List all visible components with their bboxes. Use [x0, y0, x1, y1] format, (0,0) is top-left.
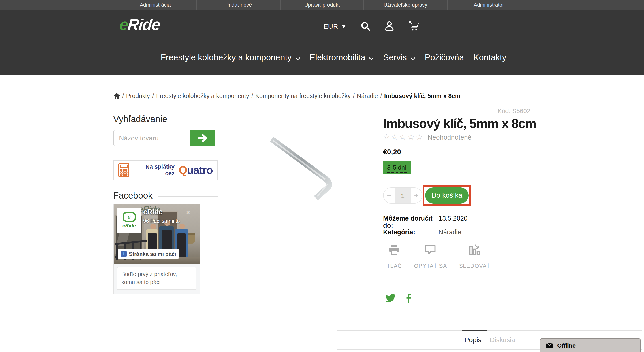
nav-item-kontakty[interactable]: Kontakty [473, 53, 506, 63]
admin-link-administrator[interactable]: Administrator [447, 0, 530, 10]
quatro-slogan: Na splátky cez [134, 164, 174, 176]
tab-popis[interactable]: Popis [464, 336, 481, 344]
action-label: OPÝTAŤ SA [414, 263, 447, 269]
product-image-allen-key[interactable] [266, 134, 338, 206]
product-page: Administrácia Pridať nové Upraviť produk… [0, 0, 644, 352]
admin-link-administracia[interactable]: Administrácia [114, 0, 197, 10]
delivery-info: Môžeme doručiť do: 13.5.2020 [383, 215, 468, 229]
watch-action[interactable]: SLEDOVAŤ [459, 244, 490, 269]
cart-button[interactable] [408, 21, 419, 31]
chat-widget[interactable]: Offline [540, 338, 641, 352]
house-number: 10 [186, 211, 190, 215]
currency-label: EUR [324, 22, 338, 30]
facebook-icon: f [121, 251, 127, 257]
main-navigation: Freestyle kolobežky a komponenty Elektro… [161, 53, 506, 63]
admin-link-uzivatelske-upravy[interactable]: Užívateľské úpravy [364, 0, 447, 10]
facebook-like-button[interactable]: f Stránka sa mi páči [118, 249, 179, 259]
rating-text: Neohodnotené [428, 133, 472, 141]
cart-icon [408, 21, 419, 31]
breadcrumb-link-naradie[interactable]: Náradie [357, 93, 378, 99]
social-share [385, 293, 411, 303]
currency-selector[interactable]: EUR [324, 22, 346, 30]
search-input[interactable] [113, 130, 190, 146]
printer-icon [388, 244, 400, 256]
admin-link-label[interactable]: Administrator [474, 2, 504, 7]
product-title: Imbusový klíč, 5mm x 8cm [383, 116, 536, 131]
admin-link-label[interactable]: Administrácia [140, 2, 170, 7]
rating-stars[interactable]: ☆☆☆☆☆ [383, 132, 424, 142]
breadcrumb: / Produkty / Freestyle kolobežky a kompo… [114, 93, 530, 99]
product-detail: Kód: S5602 Imbusový klíč, 5mm x 8cm ☆☆☆☆… [226, 107, 530, 349]
tab-diskusia[interactable]: Diskusia [490, 336, 515, 344]
ask-question-action[interactable]: OPÝTAŤ SA [414, 244, 447, 269]
product-code: Kód: S5602 [498, 107, 530, 114]
breadcrumb-link-freestyle[interactable]: Freestyle kolobežky a komponenty [156, 93, 249, 99]
facebook-icon[interactable] [406, 293, 411, 303]
tab-divider [338, 330, 642, 331]
action-label: TLAČ [387, 263, 402, 269]
nav-item-freestyle[interactable]: Freestyle kolobežky a komponenty [161, 53, 300, 63]
nav-label: Požičovňa [425, 53, 464, 63]
search-submit-button[interactable] [190, 130, 215, 146]
user-icon [385, 21, 394, 31]
add-to-cart-button[interactable]: Do košíka [425, 187, 468, 204]
site-header: eRide EUR Freestyle kolobežky a komponen… [0, 10, 644, 75]
delivery-label: Môžeme doručiť do: [383, 215, 438, 229]
facebook-like-count: 96 Páči sa mi to [143, 218, 180, 224]
eride-logo-icon: e [122, 212, 136, 222]
chart-watch-icon [468, 244, 481, 256]
account-button[interactable] [385, 21, 394, 31]
nav-label: Servis [383, 53, 407, 63]
quatro-logo: Quatro [178, 165, 212, 176]
breadcrumb-link-komponenty[interactable]: Komponenty na freestyle kolobežky [255, 93, 351, 99]
search-icon [360, 21, 370, 31]
chevron-down-icon [410, 57, 415, 60]
facebook-page-name[interactable]: eRide [143, 208, 163, 216]
nav-label: Kontakty [473, 53, 506, 63]
breadcrumb-separator: / [251, 93, 253, 99]
facebook-page-avatar[interactable]: e eRide [117, 208, 142, 233]
delivery-date: 13.5.2020 [438, 215, 468, 229]
quatro-installments-banner[interactable]: Na splátky cez Quatro [113, 160, 218, 180]
admin-link-label[interactable]: Užívateľské úpravy [384, 2, 428, 7]
facebook-widget-title: Facebook [113, 191, 152, 201]
breadcrumb-link-produkty[interactable]: Produkty [126, 93, 150, 99]
nav-item-elektromobilita[interactable]: Elektromobilita [310, 53, 374, 63]
facebook-page-plugin: eRide 10 [113, 204, 200, 294]
breadcrumb-separator: / [152, 93, 154, 99]
twitter-icon[interactable] [385, 294, 396, 302]
active-tab-indicator [462, 330, 487, 331]
like-button-label: Stránka sa mi páči [129, 251, 176, 257]
arrow-right-icon [198, 134, 208, 142]
nav-item-servis[interactable]: Servis [383, 53, 415, 63]
action-label: SLEDOVAŤ [459, 263, 490, 269]
breadcrumb-separator: / [380, 93, 382, 99]
divider [158, 196, 218, 197]
admin-link-label[interactable]: Upraviť produkt [304, 2, 340, 7]
chevron-down-icon [369, 57, 374, 60]
category-link[interactable]: Náradie [438, 229, 462, 236]
product-actions: TLAČ OPÝTAŤ SA SLEDOVAŤ [387, 244, 490, 269]
availability-badge: 3-5 dní [383, 161, 410, 174]
admin-link-label[interactable]: Pridať nové [225, 2, 252, 7]
chat-bubble-icon [424, 244, 436, 256]
admin-link-pridat-nove[interactable]: Pridať nové [197, 0, 280, 10]
admin-toolbar: Administrácia Pridať nové Upraviť produk… [0, 0, 644, 10]
home-icon[interactable] [114, 93, 120, 99]
site-logo[interactable]: eRide [118, 16, 161, 33]
print-action[interactable]: TLAČ [387, 244, 402, 269]
facebook-cta-area: Buďte prvý z priateľov, komu sa to páči [114, 264, 200, 294]
category-label: Kategória: [383, 229, 438, 236]
chat-status-label: Offline [557, 342, 576, 349]
admin-link-upravit-produkt[interactable]: Upraviť produkt [280, 0, 364, 10]
calculator-icon [118, 163, 129, 178]
search-button[interactable] [360, 21, 370, 31]
facebook-cta-text: Buďte prvý z priateľov, komu sa to páči [117, 267, 196, 290]
breadcrumb-separator: / [353, 93, 355, 99]
quantity-increase-button[interactable]: + [410, 188, 422, 203]
nav-label: Freestyle kolobežky a komponenty [161, 53, 292, 63]
quantity-input[interactable] [395, 188, 410, 203]
nav-item-pozicovna[interactable]: Požičovňa [425, 53, 464, 63]
facebook-cover-photo: eRide 10 [114, 204, 200, 264]
quantity-decrease-button[interactable]: − [384, 188, 395, 203]
